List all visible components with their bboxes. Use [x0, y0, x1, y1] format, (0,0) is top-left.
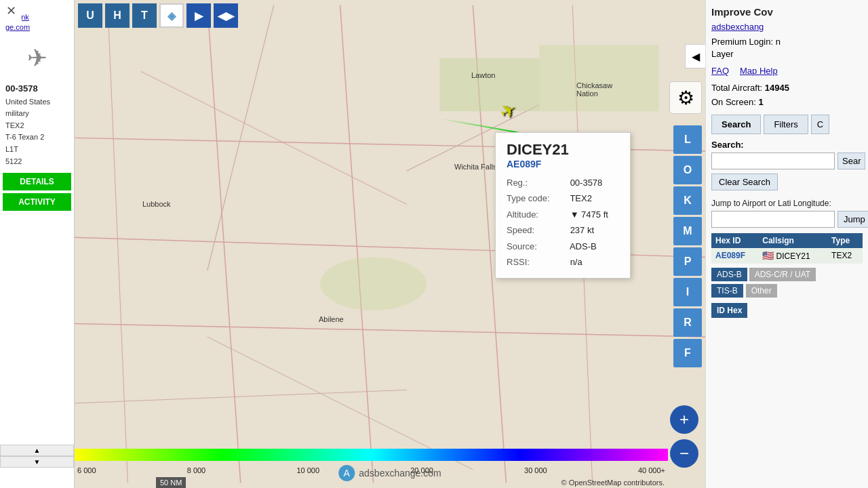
panel-title: Improve Cov: [711, 5, 863, 19]
popup-details: Reg.: 00-3578 Type code: TEX2 Altitude: …: [507, 175, 619, 270]
details-button[interactable]: DETAILS: [3, 173, 71, 190]
aircraft-table: Hex ID Callsign Type AE089F 🇺🇸 DICEY21 T…: [711, 233, 863, 264]
sear-button[interactable]: Sear: [837, 152, 865, 169]
scroll-up-button[interactable]: ▲: [0, 445, 74, 456]
aircraft-popup: DICEY21 AE089F Reg.: 00-3578 Type code: …: [495, 132, 631, 279]
type-code-label: Type code:: [507, 190, 568, 206]
jump-input[interactable]: [711, 211, 835, 228]
svg-line-11: [75, 390, 406, 403]
city-chickasaw: ChickasawNation: [576, 81, 612, 98]
filters-button[interactable]: Filters: [764, 115, 808, 134]
popup-rssi-value: n/a: [570, 257, 583, 267]
nav-o-button[interactable]: O: [673, 156, 702, 184]
sidebar-reg: 00-3578: [5, 82, 68, 96]
scale-30000: 30 000: [524, 466, 547, 474]
cell-type: TEX2: [827, 248, 863, 264]
search-button[interactable]: Search: [711, 115, 761, 134]
map-toolbar: U H T ◈ ▶ ◀▶: [78, 3, 238, 28]
sidebar-squawk: L1T: [5, 144, 68, 156]
nav-r-button[interactable]: R: [673, 308, 702, 337]
total-aircraft-value: 14945: [765, 83, 789, 93]
zoom-in-button[interactable]: +: [670, 405, 698, 434]
on-screen-value: 1: [758, 97, 763, 107]
nav-l-button[interactable]: L: [673, 125, 702, 154]
layers-button[interactable]: ◈: [159, 3, 184, 28]
popup-reg-value: 00-3578: [570, 178, 603, 188]
search-input[interactable]: [711, 152, 835, 169]
col-type[interactable]: Type: [827, 233, 863, 248]
next-button[interactable]: ▶: [186, 3, 211, 28]
url-text: ge.com: [5, 22, 68, 33]
id-hex-label: ID Hex: [711, 303, 747, 318]
scale-6000: 6 000: [77, 466, 96, 474]
btn-h[interactable]: H: [105, 3, 130, 28]
source-label: Source:: [507, 239, 568, 254]
col-hex-id[interactable]: Hex ID: [711, 233, 758, 248]
nav-p-button[interactable]: P: [673, 247, 702, 276]
cell-callsign: 🇺🇸 DICEY21: [758, 248, 827, 264]
on-screen-label: On Screen:: [711, 97, 756, 107]
tisb-badge[interactable]: TIS-B: [711, 284, 743, 298]
rssi-label: RSSI:: [507, 254, 568, 270]
settings-button[interactable]: ⚙: [669, 81, 702, 114]
source-badges: ADS-B ADS-C/R / UAT: [711, 268, 863, 281]
popup-hex: AE089F: [507, 159, 619, 169]
plane-icon: ✈: [27, 44, 47, 73]
faq-link[interactable]: FAQ: [711, 66, 729, 76]
other-badge[interactable]: Other: [746, 284, 777, 298]
adsb-badge[interactable]: ADS-B: [711, 268, 747, 281]
popup-speed-value: 237 kt: [570, 225, 594, 235]
clear-search-button[interactable]: Clear Search: [711, 174, 778, 190]
sidebar-type-code: TEX2: [5, 120, 68, 132]
sidebar-country: United States: [5, 96, 68, 108]
other-action-button[interactable]: C: [811, 115, 829, 134]
speed-label: Speed:: [507, 222, 568, 238]
nav-k-button[interactable]: K: [673, 186, 702, 215]
toggle-button[interactable]: ◀▶: [214, 3, 238, 28]
city-lawton: Lawton: [471, 71, 495, 79]
sidebar-category: military: [5, 108, 68, 120]
map-attribution: © OpenStreetMap contributors.: [561, 479, 665, 487]
activity-button[interactable]: ACTIVITY: [3, 193, 71, 211]
logo-text: adsbexchange.com: [359, 468, 441, 479]
svg-line-8: [141, 71, 407, 204]
btn-u[interactable]: U: [78, 3, 102, 28]
search-row: Sear: [711, 152, 863, 169]
action-row: Search Filters C: [711, 115, 863, 134]
right-panel: Improve Cov adsbexchang Premium Login: n…: [705, 0, 868, 488]
map-container[interactable]: Lawton ChickasawNation Wichita Falls Lub…: [75, 0, 705, 488]
popup-source-value: ADS-B: [570, 241, 597, 251]
nm-scale-label: 50 NM: [156, 477, 186, 488]
map-help-link[interactable]: Map Help: [740, 66, 778, 76]
scale-10000: 10 000: [296, 466, 319, 474]
aircraft-thumbnail: ✈: [0, 39, 74, 78]
svg-rect-13: [439, 58, 539, 111]
nav-i-button[interactable]: I: [673, 278, 702, 306]
reg-label: Reg.:: [507, 175, 568, 190]
nav-f-button[interactable]: F: [673, 339, 702, 367]
city-abilene: Abilene: [319, 315, 344, 323]
scroll-down-button[interactable]: ▼: [0, 456, 74, 468]
nav-buttons: L O K M P I R F: [673, 125, 702, 367]
hex-link[interactable]: AE089F: [715, 251, 745, 260]
id-hex-section: ID Hex: [711, 303, 863, 318]
nav-m-button[interactable]: M: [673, 217, 702, 245]
svg-line-2: [75, 323, 705, 337]
panel-link[interactable]: adsbexchang: [711, 22, 863, 32]
sidebar-aircraft-info: 00-3578 United States military TEX2 T-6 …: [0, 78, 74, 171]
close-button[interactable]: ✕: [0, 0, 22, 22]
table-row[interactable]: AE089F 🇺🇸 DICEY21 TEX2: [711, 248, 863, 264]
adsc-badge[interactable]: ADS-C/R / UAT: [749, 268, 816, 281]
logo-bar: A adsbexchange.com: [338, 465, 441, 481]
svg-line-3: [208, 5, 241, 483]
jump-button[interactable]: Jump: [837, 211, 868, 228]
scale-8000: 8 000: [187, 466, 206, 474]
svg-line-9: [208, 5, 274, 271]
zoom-out-button[interactable]: −: [670, 439, 698, 468]
total-aircraft-label: Total Aircraft:: [711, 83, 762, 93]
popup-type-value: TEX2: [570, 193, 592, 203]
btn-t[interactable]: T: [132, 3, 157, 28]
jump-row: Jump: [711, 211, 863, 228]
col-callsign[interactable]: Callsign: [758, 233, 827, 248]
collapse-button[interactable]: ◀: [685, 44, 705, 68]
